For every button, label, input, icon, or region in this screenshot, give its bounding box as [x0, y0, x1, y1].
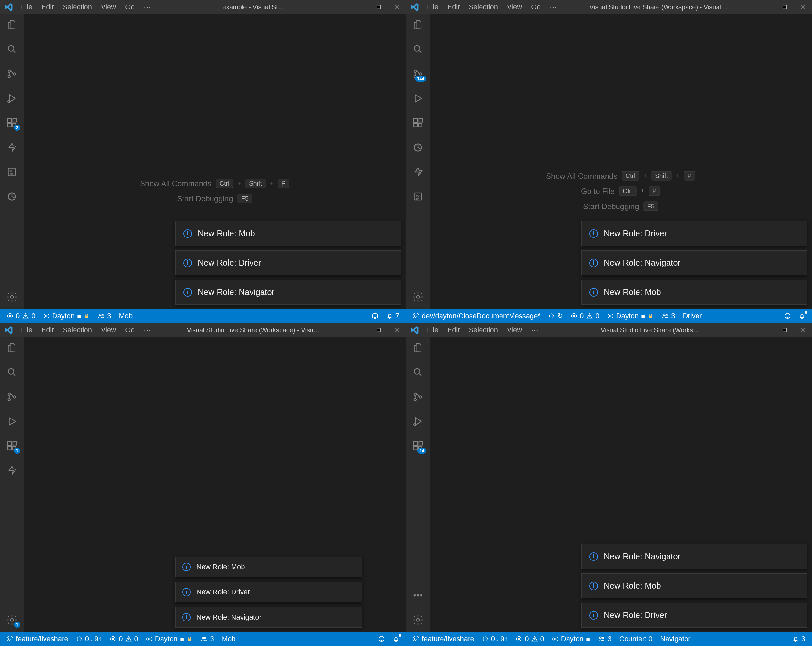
- notification-toast[interactable]: iNew Role: Driver: [582, 603, 807, 628]
- scm-icon[interactable]: [411, 390, 425, 404]
- maximize-button[interactable]: [369, 0, 388, 14]
- notification-toast[interactable]: iNew Role: Driver: [582, 221, 807, 246]
- notification-toast[interactable]: iNew Role: Navigator: [176, 280, 401, 305]
- status-role[interactable]: Navigator: [656, 632, 694, 646]
- notification-toast[interactable]: iNew Role: Mob: [582, 280, 807, 305]
- scm-icon[interactable]: [5, 67, 19, 81]
- status-participants[interactable]: 3: [658, 309, 679, 323]
- status-bell[interactable]: 3: [788, 632, 809, 646]
- menu-selection[interactable]: Selection: [59, 325, 96, 335]
- extensions-icon[interactable]: [411, 116, 425, 130]
- menu-selection[interactable]: Selection: [59, 2, 96, 12]
- menu-go[interactable]: Go: [527, 2, 544, 12]
- close-button[interactable]: [388, 0, 406, 14]
- search-icon[interactable]: [5, 42, 19, 57]
- status-role[interactable]: Mob: [115, 309, 136, 323]
- status-sync[interactable]: 0↓ 9↑: [478, 632, 512, 646]
- status-role[interactable]: Mob: [218, 632, 240, 646]
- status-branch[interactable]: feature/liveshare: [409, 632, 478, 646]
- gear-icon[interactable]: [5, 290, 19, 304]
- liveshare-icon[interactable]: [411, 165, 425, 179]
- status-feedback[interactable]: [780, 309, 795, 323]
- menu-overflow[interactable]: ⋯: [140, 2, 156, 12]
- minimize-button[interactable]: [757, 0, 775, 14]
- close-button[interactable]: [794, 0, 812, 14]
- status-liveshare[interactable]: Dayton◼: [142, 632, 197, 646]
- togglezer-icon[interactable]: TGZR: [5, 165, 19, 179]
- notification-toast[interactable]: iNew Role: Driver: [176, 582, 362, 602]
- menu-file[interactable]: File: [423, 2, 442, 12]
- minimize-button[interactable]: [757, 323, 775, 337]
- extensions-icon[interactable]: 1: [5, 439, 19, 453]
- menu-go[interactable]: Go: [121, 325, 138, 335]
- menu-overflow[interactable]: ⋯: [546, 2, 562, 12]
- menu-view[interactable]: View: [97, 325, 120, 335]
- files-icon[interactable]: [411, 341, 425, 355]
- gear-icon[interactable]: [411, 290, 425, 304]
- status-liveshare[interactable]: Dayton◼: [548, 632, 594, 646]
- files-icon[interactable]: [5, 341, 19, 355]
- menu-view[interactable]: View: [503, 2, 526, 12]
- files-icon[interactable]: [411, 18, 425, 32]
- menu-edit[interactable]: Edit: [37, 2, 57, 12]
- menu-selection[interactable]: Selection: [465, 2, 502, 12]
- run-icon[interactable]: [411, 91, 425, 106]
- timer-icon[interactable]: [411, 140, 425, 155]
- status-branch[interactable]: feature/liveshare: [3, 632, 72, 646]
- gear-icon[interactable]: [411, 613, 425, 627]
- status-liveshare[interactable]: Dayton◼: [39, 309, 94, 323]
- status-liveshare[interactable]: Dayton◼: [603, 309, 658, 323]
- run-icon[interactable]: [5, 414, 19, 429]
- menu-view[interactable]: View: [503, 325, 526, 335]
- status-errors[interactable]: 00: [567, 309, 603, 323]
- menu-view[interactable]: View: [97, 2, 120, 12]
- status-feedback[interactable]: [368, 309, 382, 323]
- menu-edit[interactable]: Edit: [443, 2, 463, 12]
- menu-overflow[interactable]: ⋯: [527, 325, 543, 335]
- status-sync[interactable]: 0↓ 9↑: [72, 632, 106, 646]
- menu-edit[interactable]: Edit: [443, 325, 463, 335]
- menu-file[interactable]: File: [423, 325, 442, 335]
- status-branch[interactable]: dev/dayton/CloseDocumentMessage*: [409, 309, 544, 323]
- minimize-button[interactable]: [351, 323, 369, 337]
- search-icon[interactable]: [5, 365, 19, 380]
- liveshare-icon[interactable]: [5, 140, 19, 155]
- status-participants[interactable]: 3: [93, 309, 115, 323]
- status-participants[interactable]: 3: [196, 632, 218, 646]
- status-bell[interactable]: [795, 309, 809, 323]
- status-sync[interactable]: ↻: [544, 309, 567, 323]
- status-errors[interactable]: 00: [106, 632, 142, 646]
- debug-icon[interactable]: [411, 414, 425, 429]
- togglezer-icon[interactable]: TGZR: [411, 190, 425, 204]
- maximize-button[interactable]: [775, 0, 794, 14]
- scm-icon[interactable]: 144: [411, 67, 425, 81]
- status-role[interactable]: Driver: [679, 309, 706, 323]
- gear-icon[interactable]: 1: [5, 613, 19, 627]
- status-bell[interactable]: 7: [382, 309, 403, 323]
- notification-toast[interactable]: iNew Role: Driver: [176, 250, 401, 275]
- close-button[interactable]: [388, 323, 406, 337]
- scm-icon[interactable]: [5, 390, 19, 404]
- status-errors[interactable]: 00: [3, 309, 39, 323]
- search-icon[interactable]: [411, 365, 425, 380]
- search-icon[interactable]: [411, 42, 425, 57]
- status-participants[interactable]: 3: [594, 632, 615, 646]
- extensions-icon[interactable]: 14: [411, 439, 425, 453]
- maximize-button[interactable]: [775, 323, 794, 337]
- notification-toast[interactable]: iNew Role: Navigator: [582, 250, 807, 275]
- menu-overflow[interactable]: ⋯: [140, 325, 156, 335]
- menu-file[interactable]: File: [17, 325, 36, 335]
- menu-go[interactable]: Go: [121, 2, 138, 12]
- status-errors[interactable]: 00: [512, 632, 548, 646]
- notification-toast[interactable]: iNew Role: Navigator: [582, 544, 807, 569]
- notification-toast[interactable]: iNew Role: Mob: [176, 557, 362, 577]
- extensions-icon[interactable]: 2: [5, 116, 19, 130]
- minimize-button[interactable]: [351, 0, 369, 14]
- menu-file[interactable]: File: [17, 2, 36, 12]
- status-feedback[interactable]: [374, 632, 389, 646]
- menu-selection[interactable]: Selection: [465, 325, 502, 335]
- close-button[interactable]: [794, 323, 812, 337]
- notification-toast[interactable]: iNew Role: Mob: [582, 573, 807, 598]
- liveshare-icon[interactable]: [5, 463, 19, 478]
- overflow-icon[interactable]: [411, 588, 425, 602]
